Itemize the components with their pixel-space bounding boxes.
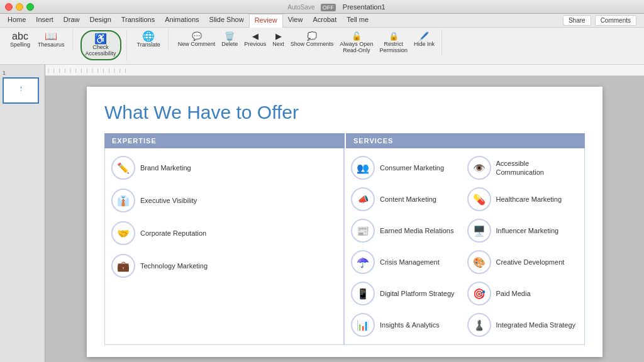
technology-marketing-icon: 💼 <box>111 254 135 278</box>
services-grid: 👥 Consumer Marketing 👁️ Accessible Commu… <box>350 153 579 339</box>
maximize-button[interactable] <box>26 3 34 11</box>
comments-button[interactable]: Comments <box>595 15 636 26</box>
new-comment-icon: 💬 <box>192 31 202 41</box>
list-item: 💊 Healthcare Marketing <box>466 185 580 214</box>
spelling-button[interactable]: abc Spelling <box>8 30 33 49</box>
delete-button[interactable]: 🗑️ Delete <box>219 30 240 48</box>
check-accessibility-label: CheckAccessibility <box>86 44 116 57</box>
list-item: 🎯 Paid Media <box>466 279 580 308</box>
main-area: 1 | | | | | | | | | | | | | | | <box>0 65 644 362</box>
slide-thumbnail[interactable] <box>3 77 39 104</box>
tab-animations[interactable]: Animations <box>160 14 204 27</box>
influencer-marketing-label: Influencer Marketing <box>496 226 559 235</box>
tab-design[interactable]: Design <box>85 14 116 27</box>
accessibility-icon: ♿ <box>94 34 107 44</box>
content-marketing-label: Content Marketing <box>380 195 436 204</box>
tab-transitions[interactable]: Transitions <box>116 14 160 27</box>
ruler-horizontal: | | | | | | | | | | | | | | | <box>45 65 644 76</box>
list-item: ♟️ Integrated Media Strategy <box>466 310 580 339</box>
corporate-reputation-label: Corporate Reputation <box>140 229 206 238</box>
previous-label: Previous <box>244 41 266 47</box>
brand-marketing-icon: ✏️ <box>111 156 135 180</box>
presentation-title: Presentation1 <box>343 3 386 11</box>
brand-marketing-label: Brand Marketing <box>140 163 191 172</box>
creative-development-icon: 🎨 <box>467 250 491 274</box>
tab-draw[interactable]: Draw <box>58 14 85 27</box>
crisis-management-icon: ☂️ <box>351 250 375 274</box>
tab-slideshow[interactable]: Slide Show <box>204 14 249 27</box>
digital-platform-icon: 📱 <box>351 282 375 305</box>
autosave-toggle[interactable]: OFF <box>321 4 336 11</box>
expertise-list: ✏️ Brand Marketing 👔 Executive Visibilit… <box>110 153 338 280</box>
list-item: 📣 Content Marketing <box>350 185 464 214</box>
consumer-marketing-icon: 👥 <box>351 156 375 180</box>
content-table: EXPERTISE SERVICES ✏️ Brand Marketing <box>104 133 585 345</box>
slide[interactable]: What We Have to Offer EXPERTISE SERVICES… <box>87 87 602 357</box>
services-column: 👥 Consumer Marketing 👁️ Accessible Commu… <box>345 148 584 344</box>
slide-title: What We Have to Offer <box>104 102 585 123</box>
always-open-icon: 🔓 <box>352 31 362 41</box>
check-accessibility-button[interactable]: ♿ CheckAccessibility <box>80 30 121 60</box>
traffic-lights <box>5 3 34 11</box>
ribbon-tabs: Home Insert Draw Design Transitions Anim… <box>0 14 644 28</box>
thesaurus-button[interactable]: 📖 Thesaurus <box>35 30 67 49</box>
restrict-label: RestrictPermission <box>379 41 408 53</box>
list-item: 👁️ Accessible Communication <box>466 153 580 182</box>
insights-analytics-label: Insights & Analytics <box>380 321 440 329</box>
table-header: EXPERTISE SERVICES <box>104 133 585 148</box>
show-comments-icon: 💭 <box>307 31 317 41</box>
content-marketing-icon: 📣 <box>351 187 375 211</box>
hide-ink-button[interactable]: 🖊️ Hide Ink <box>412 30 436 48</box>
show-comments-label: Show Comments <box>291 41 334 47</box>
list-item: ☂️ Crisis Management <box>350 248 464 277</box>
table-body: ✏️ Brand Marketing 👔 Executive Visibilit… <box>104 148 585 345</box>
previous-button[interactable]: ◀ Previous <box>242 30 268 48</box>
accessibility-group: ♿ CheckAccessibility <box>75 29 127 62</box>
proofing-group: abc Spelling 📖 Thesaurus <box>3 29 73 50</box>
spelling-icon: abc <box>12 31 28 41</box>
crisis-management-label: Crisis Management <box>380 258 440 266</box>
new-comment-label: New Comment <box>178 41 216 47</box>
accessible-communication-icon: 👁️ <box>467 156 491 180</box>
next-icon: ▶ <box>275 31 282 41</box>
new-comment-button[interactable]: 💬 New Comment <box>176 30 218 48</box>
list-item: 🤝 Corporate Reputation <box>110 219 338 248</box>
share-button[interactable]: Share <box>563 15 591 26</box>
restrict-icon: 🔒 <box>389 31 399 41</box>
influencer-marketing-icon: 🖥️ <box>467 219 491 243</box>
corporate-reputation-icon: 🤝 <box>111 221 135 245</box>
digital-platform-label: Digital Platform Strategy <box>380 289 455 298</box>
tab-review[interactable]: Review <box>249 14 283 28</box>
tab-acrobat[interactable]: Acrobat <box>308 14 341 27</box>
services-header: SERVICES <box>345 133 585 148</box>
ribbon: Home Insert Draw Design Transitions Anim… <box>0 14 644 65</box>
restrict-permission-button[interactable]: 🔒 RestrictPermission <box>377 30 409 55</box>
next-button[interactable]: ▶ Next <box>270 30 286 48</box>
list-item: 🎨 Creative Development <box>466 248 580 277</box>
healthcare-marketing-label: Healthcare Marketing <box>496 195 562 204</box>
paid-media-label: Paid Media <box>496 289 531 298</box>
consumer-marketing-label: Consumer Marketing <box>380 163 444 172</box>
list-item: 🖥️ Influencer Marketing <box>466 216 580 245</box>
list-item: 💼 Technology Marketing <box>110 251 338 280</box>
list-item: 👔 Executive Visibility <box>110 186 338 215</box>
tab-tellme[interactable]: Tell me <box>341 14 374 27</box>
thesaurus-label: Thesaurus <box>38 41 65 48</box>
always-open-button[interactable]: 🔓 Always OpenRead-Only <box>338 30 375 55</box>
minimize-button[interactable] <box>16 3 23 11</box>
hide-ink-label: Hide Ink <box>414 41 435 47</box>
tab-home[interactable]: Home <box>3 14 31 27</box>
translate-button[interactable]: 🌐 Translate <box>135 30 163 49</box>
list-item: 📱 Digital Platform Strategy <box>350 279 464 308</box>
show-comments-button[interactable]: 💭 Show Comments <box>289 30 336 48</box>
healthcare-marketing-icon: 💊 <box>467 187 491 211</box>
tab-view[interactable]: View <box>283 14 308 27</box>
window-title: AutoSave OFF Presentation1 <box>34 3 639 11</box>
language-group: 🌐 Translate <box>130 29 169 50</box>
close-button[interactable] <box>5 3 13 11</box>
comments-group: 💬 New Comment 🗑️ Delete ◀ Previous ▶ Nex… <box>171 29 442 56</box>
tab-insert[interactable]: Insert <box>31 14 58 27</box>
delete-icon: 🗑️ <box>225 31 235 41</box>
slide-panel: 1 <box>0 65 45 362</box>
creative-development-label: Creative Development <box>496 258 565 266</box>
